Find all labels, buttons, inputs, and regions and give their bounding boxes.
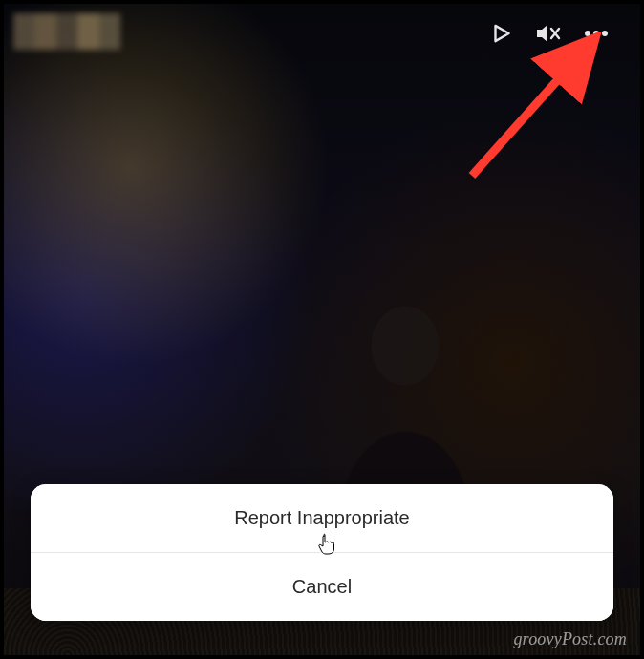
- more-options-icon[interactable]: [583, 21, 610, 46]
- mute-icon[interactable]: [535, 21, 562, 46]
- report-inappropriate-button[interactable]: Report Inappropriate: [31, 484, 613, 552]
- video-player-frame: Report Inappropriate Cancel groovyPost.c…: [4, 4, 640, 655]
- cancel-button[interactable]: Cancel: [31, 552, 613, 621]
- blurred-username-tag: [13, 13, 120, 50]
- play-icon[interactable]: [489, 21, 514, 46]
- svg-point-1: [593, 31, 599, 36]
- svg-point-0: [585, 31, 590, 36]
- svg-point-2: [602, 31, 608, 36]
- action-sheet: Report Inappropriate Cancel: [31, 484, 613, 621]
- video-top-controls: [489, 21, 610, 46]
- watermark-text: groovyPost.com: [513, 629, 627, 649]
